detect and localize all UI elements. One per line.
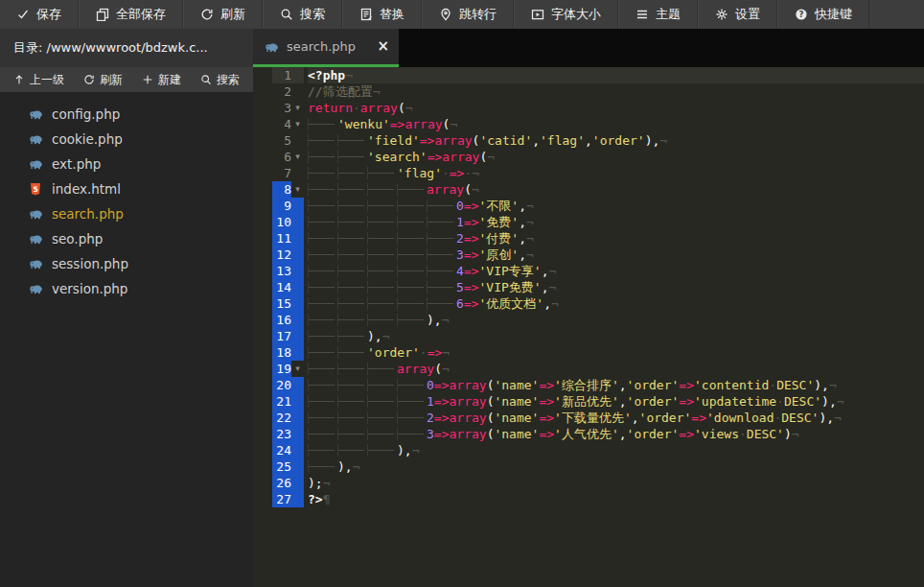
code-line-25[interactable]: ),¬ (308, 458, 924, 475)
tab-indent (308, 165, 337, 181)
gutter-line-4[interactable]: 4▾ (272, 116, 304, 132)
code-line-2[interactable]: //筛选配置¬ (308, 83, 924, 100)
toolbar-button-1[interactable]: 保存 (0, 0, 79, 29)
tab-indent (397, 279, 427, 295)
code-line-19[interactable]: array(¬ (308, 361, 924, 377)
code-token: ¬ (450, 117, 457, 131)
code-line-21[interactable]: 1=>array('name'=>'新品优先','order'=>'update… (308, 393, 924, 410)
gutter-line-14[interactable]: 14 (272, 279, 304, 295)
sidebar-action-4[interactable]: 搜索 (200, 72, 240, 88)
fold-slot (291, 83, 304, 100)
gutter-line-26[interactable]: 26 (272, 475, 304, 491)
fold-arrow-icon[interactable]: ▾ (291, 361, 304, 377)
code-token: ¬ (353, 459, 360, 474)
toolbar-button-10[interactable]: ?快捷键 (777, 0, 869, 29)
code-line-17[interactable]: ),¬ (308, 328, 924, 344)
gutter-line-23[interactable]: 23 (272, 426, 304, 442)
gutter-line-11[interactable]: 11 (272, 230, 304, 247)
toolbar-button-9[interactable]: 设置 (698, 0, 777, 29)
editor-gutter: 123▾4▾56▾78▾910111213141516171819▾202122… (253, 67, 304, 587)
gutter-line-27[interactable]: 27 (272, 491, 304, 507)
toolbar-button-4[interactable]: 搜索 (263, 0, 342, 29)
tab-indent (397, 198, 427, 214)
toolbar-button-6[interactable]: 跳转行 (422, 0, 514, 29)
gutter-line-24[interactable]: 24 (272, 442, 304, 458)
code-token: => (539, 427, 554, 441)
toolbar-button-3[interactable]: 刷新 (183, 0, 263, 29)
file-item[interactable]: session.php (0, 251, 253, 276)
gutter-line-16[interactable]: 16 (272, 312, 304, 328)
gutter-line-3[interactable]: 3▾ (272, 100, 304, 116)
code-editor-app: 保存全部保存刷新搜索替换跳转行字体大小主题设置?快捷键 目录: /www/www… (0, 0, 924, 587)
code-line-6[interactable]: 'search'=>array(¬ (308, 149, 924, 165)
file-item[interactable]: cookie.php (0, 127, 253, 152)
code-line-1[interactable]: <?php¬ (308, 67, 924, 83)
gutter-line-8[interactable]: 8▾ (272, 181, 304, 198)
gutter-line-6[interactable]: 6▾ (272, 149, 304, 165)
code-line-15[interactable]: 6=>'优质文档',¬ (308, 295, 924, 312)
code-line-27[interactable]: ?>¶ (308, 491, 924, 507)
close-icon[interactable]: × (377, 39, 389, 54)
gutter-line-20[interactable]: 20 (272, 377, 304, 393)
file-item[interactable]: 5index.html (0, 176, 253, 201)
sidebar-action-1[interactable]: 上一级 (13, 72, 64, 88)
code-line-4[interactable]: 'wenku'=>array(¬ (308, 116, 924, 132)
gutter-line-17[interactable]: 17 (272, 328, 304, 344)
sidebar-action-2[interactable]: 刷新 (83, 72, 123, 88)
code-line-23[interactable]: 3=>array('name'=>'人气优先','order'=>'views·… (308, 426, 924, 442)
code-line-9[interactable]: 0=>'不限',¬ (308, 198, 924, 214)
line-number: 13 (272, 263, 291, 279)
gutter-line-15[interactable]: 15 (272, 295, 304, 312)
gutter-line-2[interactable]: 2 (272, 83, 304, 100)
gutter-line-5[interactable]: 5 (272, 132, 304, 149)
code-line-18[interactable]: 'order'·=>¬ (308, 344, 924, 361)
code-line-5[interactable]: 'field'=>array('catid','flag','order'),¬ (308, 132, 924, 149)
code-line-12[interactable]: 3=>'原创',¬ (308, 247, 924, 263)
sidebar-actions-bar: 上一级刷新新建搜索 (0, 67, 253, 92)
code-line-7[interactable]: 'flag'·=>·¬ (308, 165, 924, 181)
gutter-line-10[interactable]: 10 (272, 214, 304, 230)
gutter-line-1[interactable]: 1 (272, 67, 304, 83)
file-item[interactable]: search.php (0, 201, 253, 226)
code-token: 0 (456, 199, 464, 213)
sidebar-action-3[interactable]: 新建 (142, 72, 181, 88)
fold-arrow-icon[interactable]: ▾ (291, 149, 304, 165)
toolbar-button-7[interactable]: 字体大小 (514, 0, 618, 29)
gutter-line-21[interactable]: 21 (272, 393, 304, 410)
tab-search-php[interactable]: search.php × (253, 29, 399, 67)
fold-arrow-icon[interactable]: ▾ (291, 116, 304, 132)
gutter-line-25[interactable]: 25 (272, 458, 304, 475)
code-line-10[interactable]: 1=>'免费',¬ (308, 214, 924, 230)
toolbar-button-5[interactable]: 替换 (342, 0, 422, 29)
code-token: => (539, 411, 554, 425)
gutter-line-9[interactable]: 9 (272, 198, 304, 214)
code-line-8[interactable]: array(¬ (308, 181, 924, 198)
file-item[interactable]: config.php (0, 102, 253, 127)
file-item[interactable]: ext.php (0, 152, 253, 176)
file-item[interactable]: seo.php (0, 226, 253, 251)
gutter-line-13[interactable]: 13 (272, 263, 304, 279)
fold-arrow-icon[interactable]: ▾ (291, 181, 304, 198)
code-line-22[interactable]: 2=>array('name'=>'下载量优先','order'=>'downl… (308, 410, 924, 426)
code-line-14[interactable]: 5=>'VIP免费',¬ (308, 279, 924, 295)
code-line-11[interactable]: 2=>'付费',¬ (308, 230, 924, 247)
tab-indent (397, 181, 427, 198)
gutter-line-7[interactable]: 7 (272, 165, 304, 181)
code-line-3[interactable]: return·array(¬ (308, 100, 924, 116)
editor-content[interactable]: <?php¬//筛选配置¬return·array(¬'wenku'=>arra… (304, 67, 924, 587)
tab-indent (308, 230, 337, 247)
gutter-line-19[interactable]: 19▾ (272, 361, 304, 377)
code-line-13[interactable]: 4=>'VIP专享',¬ (308, 263, 924, 279)
code-line-16[interactable]: ),¬ (308, 312, 924, 328)
code-line-26[interactable]: );¬ (308, 475, 924, 491)
gutter-line-22[interactable]: 22 (272, 410, 304, 426)
gutter-line-18[interactable]: 18 (272, 344, 304, 361)
toolbar-button-8[interactable]: 主题 (618, 0, 698, 29)
toolbar-button-2[interactable]: 全部保存 (79, 0, 183, 29)
code-line-24[interactable]: ),¬ (308, 442, 924, 458)
gutter-line-12[interactable]: 12 (272, 247, 304, 263)
fold-arrow-icon[interactable]: ▾ (291, 100, 304, 116)
file-item[interactable]: version.php (0, 276, 253, 301)
code-line-20[interactable]: 0=>array('name'=>'综合排序','order'=>'conten… (308, 377, 924, 393)
code-editor[interactable]: 123▾4▾56▾78▾910111213141516171819▾202122… (253, 67, 924, 587)
